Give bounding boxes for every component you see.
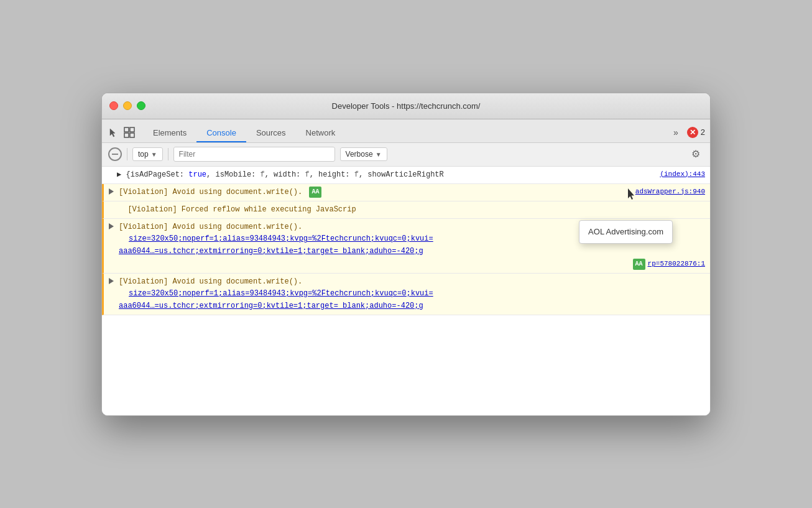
expand-icon-5[interactable] <box>109 278 114 284</box>
verbose-chevron-icon: ▼ <box>376 151 382 158</box>
filter-input[interactable] <box>173 147 335 162</box>
chevron-down-icon: ▼ <box>151 151 157 158</box>
console-text-5a: [Violation] Avoid using document.write()… <box>119 277 302 286</box>
toolbar-divider-2 <box>168 148 168 160</box>
console-row-2: [Violation] Avoid using document.write()… <box>102 184 710 201</box>
tabbar: Elements Console Sources Network » ✕ 2 <box>102 119 710 143</box>
violation-link-3[interactable]: size=320x50;noperf=1;alias=93484943;kvpg… <box>129 289 433 298</box>
mouse-cursor-icon <box>627 188 637 200</box>
console-text-2: [Violation] Avoid using document.write()… <box>119 188 302 196</box>
aa-badge-1[interactable]: AA <box>309 187 321 198</box>
minimize-button[interactable] <box>123 101 132 110</box>
context-value: top <box>138 150 149 159</box>
traffic-lights <box>109 101 145 110</box>
rp-ref[interactable]: rp=578022876:1 <box>648 259 705 270</box>
tab-network[interactable]: Network <box>296 124 346 142</box>
expand-icon-4[interactable] <box>109 223 114 229</box>
svg-rect-0 <box>124 127 129 132</box>
console-row-3: [Violation] Forced reflow while executin… <box>102 201 710 219</box>
window-title: Developer Tools - https://techcrunch.com… <box>332 101 481 111</box>
tab-elements[interactable]: Elements <box>143 124 196 142</box>
settings-icon[interactable]: ⚙ <box>691 148 704 160</box>
error-count: 2 <box>701 127 705 137</box>
violation-link-1[interactable]: size=320x50;noperf=1;alias=93484943;kvpg… <box>129 234 433 243</box>
error-badge: ✕ 2 <box>687 127 705 138</box>
tooltip-text: AOL Advertising.com <box>588 227 663 236</box>
source-ref-2[interactable]: adsWrapper.js:940 <box>635 187 705 198</box>
toolbar-divider <box>127 148 127 160</box>
tab-sources[interactable]: Sources <box>246 124 296 142</box>
svg-rect-1 <box>130 127 134 132</box>
tab-console[interactable]: Console <box>196 124 246 142</box>
console-text-1: ▶ {isAdPageSet: true, isMobile: f, width… <box>117 170 444 179</box>
violation-link-4[interactable]: aaa6044…=us.tchcr;extmirroring=0;kvtile=… <box>119 302 423 310</box>
console-toolbar: top ▼ Verbose ▼ ⚙ <box>102 143 710 167</box>
console-row-5: [Violation] Avoid using document.write()… <box>102 274 710 315</box>
more-tabs-button[interactable]: » <box>670 126 682 139</box>
titlebar: Developer Tools - https://techcrunch.com… <box>102 93 710 119</box>
context-selector[interactable]: top ▼ <box>132 147 163 161</box>
console-text-3: [Violation] Forced reflow while executin… <box>119 205 356 214</box>
console-row-1: (index):443 ▶ {isAdPageSet: true, isMobi… <box>102 167 710 184</box>
console-output: (index):443 ▶ {isAdPageSet: true, isMobi… <box>102 167 710 415</box>
maximize-button[interactable] <box>137 101 145 110</box>
svg-rect-3 <box>130 133 134 137</box>
cursor-icon[interactable] <box>107 126 119 139</box>
aa-badge-2[interactable]: AA <box>633 259 645 270</box>
aa-tooltip: AOL Advertising.com <box>579 220 673 244</box>
verbose-value: Verbose <box>346 150 373 159</box>
error-icon: ✕ <box>687 127 698 138</box>
close-button[interactable] <box>109 101 118 110</box>
expand-icon-2[interactable] <box>109 188 114 195</box>
svg-rect-2 <box>124 133 129 137</box>
inspect-icon[interactable] <box>123 126 136 139</box>
clear-console-button[interactable] <box>108 147 122 161</box>
source-ref-1[interactable]: (index):443 <box>660 169 705 180</box>
devtools-window: Developer Tools - https://techcrunch.com… <box>101 93 711 416</box>
violation-link-2[interactable]: aaa6044…=us.tchcr;extmirroring=0;kvtile=… <box>119 247 423 256</box>
tabbar-right: » ✕ 2 <box>670 126 705 142</box>
tab-list: Elements Console Sources Network <box>143 124 345 142</box>
tabbar-left-icons <box>107 126 136 142</box>
verbose-selector[interactable]: Verbose ▼ <box>340 147 387 161</box>
console-text-4a: [Violation] Avoid using document.write()… <box>119 223 302 231</box>
